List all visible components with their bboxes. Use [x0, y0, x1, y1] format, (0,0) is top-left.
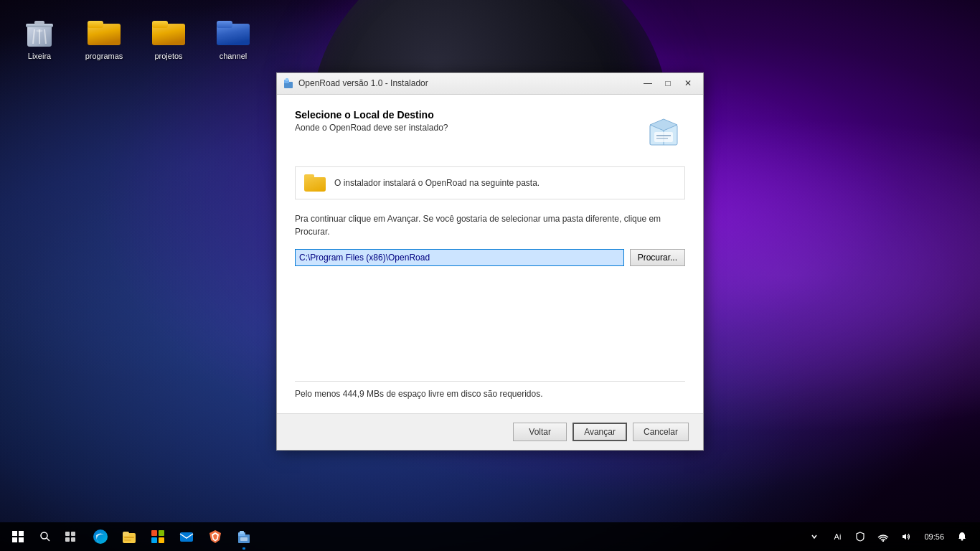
svg-rect-42	[240, 537, 248, 541]
dialog-overlay: OpenRoad versão 1.0 - Instalador — □ ✕ S…	[0, 0, 980, 522]
taskbar-task-view-button[interactable]	[57, 522, 83, 551]
dialog-minimize-btn[interactable]: —	[639, 76, 657, 90]
tray-network-icon[interactable]	[872, 522, 894, 551]
taskbar: Ai	[0, 522, 980, 551]
svg-rect-38	[180, 532, 193, 542]
taskbar-search-button[interactable]	[32, 522, 57, 551]
svg-point-43	[882, 540, 884, 542]
browse-button[interactable]: Procurar...	[630, 249, 685, 266]
dialog-heading: Selecione o Local de Destino	[295, 109, 448, 121]
ai-label-text: Ai	[834, 532, 842, 541]
taskbar-notification-btn[interactable]	[951, 522, 973, 551]
svg-rect-14	[286, 78, 288, 81]
dialog-close-btn[interactable]: ✕	[679, 76, 697, 90]
svg-rect-32	[124, 537, 134, 538]
taskbar-mail-icon[interactable]	[172, 522, 201, 551]
taskbar-installer-icon[interactable]	[230, 522, 258, 551]
taskbar-edge-icon[interactable]	[86, 522, 115, 551]
svg-rect-33	[124, 540, 131, 541]
svg-point-23	[41, 532, 47, 539]
dialog-content: Selecione o Local de Destino Aonde o Ope…	[277, 95, 703, 413]
cancel-button[interactable]: Cancelar	[633, 423, 689, 441]
taskbar-explorer-icon[interactable]	[115, 522, 143, 551]
install-path-input[interactable]	[295, 249, 624, 266]
svg-rect-20	[19, 531, 24, 536]
svg-rect-27	[65, 537, 70, 542]
folder-small-icon	[304, 174, 326, 192]
tray-ai-icon[interactable]: Ai	[826, 522, 848, 551]
taskbar-brave-icon[interactable]	[201, 522, 230, 551]
dialog-footer-note: Pelo menos 444,9 MBs de espaço livre em …	[295, 381, 685, 399]
svg-rect-34	[151, 530, 157, 536]
svg-rect-19	[12, 531, 17, 536]
svg-rect-41	[240, 531, 244, 534]
taskbar-time: 09:56	[924, 532, 944, 542]
svg-rect-35	[159, 530, 164, 536]
svg-rect-26	[71, 532, 75, 536]
svg-rect-28	[71, 537, 75, 542]
taskbar-clock[interactable]: 09:56	[918, 522, 950, 551]
dialog-description: Pra continuar clique em Avançar. Se você…	[295, 212, 685, 238]
dialog-info-box: O instalador instalará o OpenRoad na seg…	[295, 166, 685, 199]
taskbar-store-icon[interactable]	[143, 522, 172, 551]
dialog-header: Selecione o Local de Destino Aonde o Ope…	[295, 109, 685, 152]
dialog-app-icon	[283, 77, 294, 89]
dialog-subheading: Aonde o OpenRoad deve ser instalado?	[295, 123, 448, 133]
svg-rect-25	[65, 532, 70, 536]
svg-rect-31	[123, 532, 129, 536]
dialog-title-text: OpenRoad versão 1.0 - Instalador	[298, 78, 639, 88]
start-button[interactable]	[4, 522, 32, 551]
dialog-window-controls: — □ ✕	[639, 76, 697, 90]
svg-line-24	[47, 538, 50, 541]
dialog-maximize-btn[interactable]: □	[659, 76, 677, 90]
dialog-action-buttons: Voltar Avançar Cancelar	[277, 413, 703, 450]
svg-rect-44	[961, 539, 963, 541]
svg-rect-16	[654, 132, 673, 142]
taskbar-tray: Ai	[804, 522, 976, 551]
dialog-info-text: O instalador instalará o OpenRoad na seg…	[334, 178, 540, 188]
svg-rect-36	[151, 537, 157, 543]
dialog-header-icon	[642, 109, 685, 152]
desktop: Lixeira	[0, 0, 980, 551]
dialog-titlebar[interactable]: OpenRoad versão 1.0 - Instalador — □ ✕	[277, 73, 703, 95]
taskbar-apps	[83, 522, 804, 551]
tray-security-icon[interactable]	[849, 522, 871, 551]
tray-volume-icon[interactable]	[895, 522, 917, 551]
dialog-header-text: Selecione o Local de Destino Aonde o Ope…	[295, 109, 448, 133]
svg-rect-21	[12, 537, 17, 542]
installer-dialog: OpenRoad versão 1.0 - Instalador — □ ✕ S…	[276, 72, 704, 451]
svg-rect-22	[19, 537, 24, 542]
back-button[interactable]: Voltar	[513, 423, 567, 441]
next-button[interactable]: Avançar	[573, 423, 627, 441]
svg-point-29	[93, 529, 108, 544]
tray-show-hidden-btn[interactable]	[804, 522, 825, 551]
dialog-path-row: Procurar...	[295, 249, 685, 266]
svg-rect-37	[159, 537, 164, 543]
